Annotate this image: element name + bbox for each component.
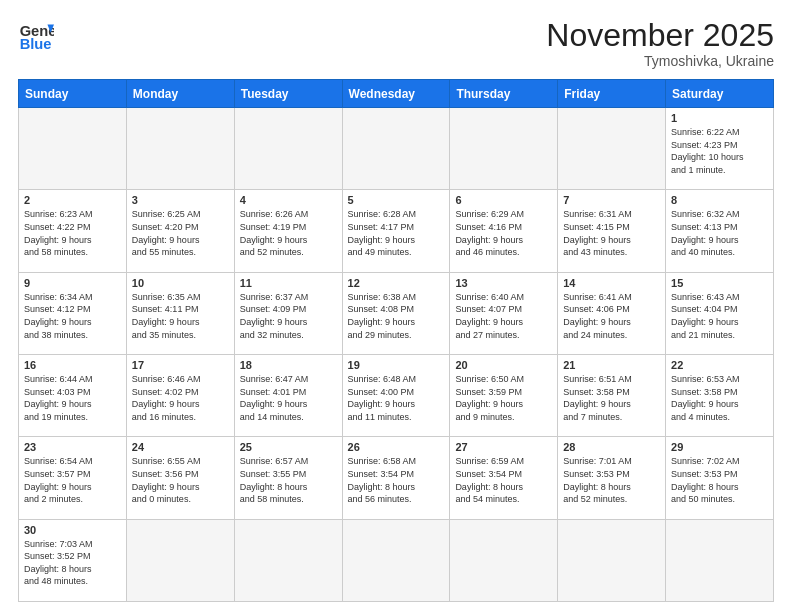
day-info: Sunrise: 6:28 AM Sunset: 4:17 PM Dayligh… [348, 208, 445, 258]
calendar-cell [234, 108, 342, 190]
day-info: Sunrise: 6:32 AM Sunset: 4:13 PM Dayligh… [671, 208, 768, 258]
calendar-cell: 25Sunrise: 6:57 AM Sunset: 3:55 PM Dayli… [234, 437, 342, 519]
calendar-cell: 28Sunrise: 7:01 AM Sunset: 3:53 PM Dayli… [558, 437, 666, 519]
calendar-cell [342, 108, 450, 190]
col-header-sunday: Sunday [19, 80, 127, 108]
day-number: 24 [132, 441, 229, 453]
calendar-cell [450, 108, 558, 190]
day-info: Sunrise: 7:02 AM Sunset: 3:53 PM Dayligh… [671, 455, 768, 505]
day-number: 18 [240, 359, 337, 371]
day-info: Sunrise: 7:01 AM Sunset: 3:53 PM Dayligh… [563, 455, 660, 505]
day-info: Sunrise: 6:57 AM Sunset: 3:55 PM Dayligh… [240, 455, 337, 505]
calendar-cell: 15Sunrise: 6:43 AM Sunset: 4:04 PM Dayli… [666, 272, 774, 354]
day-info: Sunrise: 6:55 AM Sunset: 3:56 PM Dayligh… [132, 455, 229, 505]
calendar-cell: 11Sunrise: 6:37 AM Sunset: 4:09 PM Dayli… [234, 272, 342, 354]
calendar-cell: 12Sunrise: 6:38 AM Sunset: 4:08 PM Dayli… [342, 272, 450, 354]
day-info: Sunrise: 6:40 AM Sunset: 4:07 PM Dayligh… [455, 291, 552, 341]
calendar-cell: 18Sunrise: 6:47 AM Sunset: 4:01 PM Dayli… [234, 355, 342, 437]
col-header-saturday: Saturday [666, 80, 774, 108]
col-header-thursday: Thursday [450, 80, 558, 108]
calendar-table: SundayMondayTuesdayWednesdayThursdayFrid… [18, 79, 774, 602]
calendar-cell: 16Sunrise: 6:44 AM Sunset: 4:03 PM Dayli… [19, 355, 127, 437]
calendar-cell [234, 519, 342, 601]
day-number: 23 [24, 441, 121, 453]
calendar-cell: 1Sunrise: 6:22 AM Sunset: 4:23 PM Daylig… [666, 108, 774, 190]
day-number: 8 [671, 194, 768, 206]
day-number: 25 [240, 441, 337, 453]
day-info: Sunrise: 6:41 AM Sunset: 4:06 PM Dayligh… [563, 291, 660, 341]
calendar-cell [666, 519, 774, 601]
day-number: 27 [455, 441, 552, 453]
day-info: Sunrise: 6:50 AM Sunset: 3:59 PM Dayligh… [455, 373, 552, 423]
calendar-cell: 26Sunrise: 6:58 AM Sunset: 3:54 PM Dayli… [342, 437, 450, 519]
day-number: 1 [671, 112, 768, 124]
col-header-friday: Friday [558, 80, 666, 108]
calendar-cell: 19Sunrise: 6:48 AM Sunset: 4:00 PM Dayli… [342, 355, 450, 437]
day-info: Sunrise: 6:38 AM Sunset: 4:08 PM Dayligh… [348, 291, 445, 341]
day-info: Sunrise: 6:22 AM Sunset: 4:23 PM Dayligh… [671, 126, 768, 176]
day-number: 15 [671, 277, 768, 289]
day-number: 29 [671, 441, 768, 453]
day-info: Sunrise: 6:59 AM Sunset: 3:54 PM Dayligh… [455, 455, 552, 505]
calendar-cell: 8Sunrise: 6:32 AM Sunset: 4:13 PM Daylig… [666, 190, 774, 272]
day-info: Sunrise: 6:26 AM Sunset: 4:19 PM Dayligh… [240, 208, 337, 258]
calendar-week-row: 23Sunrise: 6:54 AM Sunset: 3:57 PM Dayli… [19, 437, 774, 519]
calendar-header-row: SundayMondayTuesdayWednesdayThursdayFrid… [19, 80, 774, 108]
calendar-cell: 29Sunrise: 7:02 AM Sunset: 3:53 PM Dayli… [666, 437, 774, 519]
calendar-week-row: 16Sunrise: 6:44 AM Sunset: 4:03 PM Dayli… [19, 355, 774, 437]
calendar-cell [126, 519, 234, 601]
day-info: Sunrise: 6:51 AM Sunset: 3:58 PM Dayligh… [563, 373, 660, 423]
day-number: 19 [348, 359, 445, 371]
calendar-cell [19, 108, 127, 190]
day-info: Sunrise: 6:29 AM Sunset: 4:16 PM Dayligh… [455, 208, 552, 258]
calendar-cell: 14Sunrise: 6:41 AM Sunset: 4:06 PM Dayli… [558, 272, 666, 354]
day-number: 6 [455, 194, 552, 206]
calendar-cell: 30Sunrise: 7:03 AM Sunset: 3:52 PM Dayli… [19, 519, 127, 601]
col-header-tuesday: Tuesday [234, 80, 342, 108]
calendar-week-row: 30Sunrise: 7:03 AM Sunset: 3:52 PM Dayli… [19, 519, 774, 601]
day-number: 4 [240, 194, 337, 206]
calendar-cell: 22Sunrise: 6:53 AM Sunset: 3:58 PM Dayli… [666, 355, 774, 437]
day-info: Sunrise: 6:31 AM Sunset: 4:15 PM Dayligh… [563, 208, 660, 258]
calendar-cell: 9Sunrise: 6:34 AM Sunset: 4:12 PM Daylig… [19, 272, 127, 354]
day-number: 13 [455, 277, 552, 289]
day-info: Sunrise: 6:25 AM Sunset: 4:20 PM Dayligh… [132, 208, 229, 258]
day-number: 26 [348, 441, 445, 453]
calendar-cell: 4Sunrise: 6:26 AM Sunset: 4:19 PM Daylig… [234, 190, 342, 272]
day-info: Sunrise: 6:46 AM Sunset: 4:02 PM Dayligh… [132, 373, 229, 423]
day-number: 2 [24, 194, 121, 206]
calendar-cell [342, 519, 450, 601]
calendar-week-row: 2Sunrise: 6:23 AM Sunset: 4:22 PM Daylig… [19, 190, 774, 272]
logo: General Blue General Blue [18, 18, 54, 54]
day-number: 12 [348, 277, 445, 289]
day-info: Sunrise: 7:03 AM Sunset: 3:52 PM Dayligh… [24, 538, 121, 588]
day-number: 21 [563, 359, 660, 371]
day-number: 7 [563, 194, 660, 206]
svg-text:Blue: Blue [20, 36, 52, 52]
day-number: 28 [563, 441, 660, 453]
month-year-title: November 2025 [546, 18, 774, 53]
day-info: Sunrise: 6:43 AM Sunset: 4:04 PM Dayligh… [671, 291, 768, 341]
day-info: Sunrise: 6:48 AM Sunset: 4:00 PM Dayligh… [348, 373, 445, 423]
col-header-wednesday: Wednesday [342, 80, 450, 108]
calendar-cell: 3Sunrise: 6:25 AM Sunset: 4:20 PM Daylig… [126, 190, 234, 272]
page: General Blue General Blue November 2025 … [0, 0, 792, 612]
calendar-cell: 6Sunrise: 6:29 AM Sunset: 4:16 PM Daylig… [450, 190, 558, 272]
calendar-cell: 5Sunrise: 6:28 AM Sunset: 4:17 PM Daylig… [342, 190, 450, 272]
calendar-cell [450, 519, 558, 601]
calendar-week-row: 1Sunrise: 6:22 AM Sunset: 4:23 PM Daylig… [19, 108, 774, 190]
day-info: Sunrise: 6:37 AM Sunset: 4:09 PM Dayligh… [240, 291, 337, 341]
calendar-cell: 13Sunrise: 6:40 AM Sunset: 4:07 PM Dayli… [450, 272, 558, 354]
day-number: 20 [455, 359, 552, 371]
day-number: 22 [671, 359, 768, 371]
day-number: 14 [563, 277, 660, 289]
title-block: November 2025 Tymoshivka, Ukraine [546, 18, 774, 69]
generalblue-logo-icon: General Blue [18, 18, 54, 54]
day-info: Sunrise: 6:34 AM Sunset: 4:12 PM Dayligh… [24, 291, 121, 341]
calendar-cell [558, 519, 666, 601]
day-number: 3 [132, 194, 229, 206]
calendar-cell [558, 108, 666, 190]
day-info: Sunrise: 6:35 AM Sunset: 4:11 PM Dayligh… [132, 291, 229, 341]
day-number: 17 [132, 359, 229, 371]
day-number: 11 [240, 277, 337, 289]
